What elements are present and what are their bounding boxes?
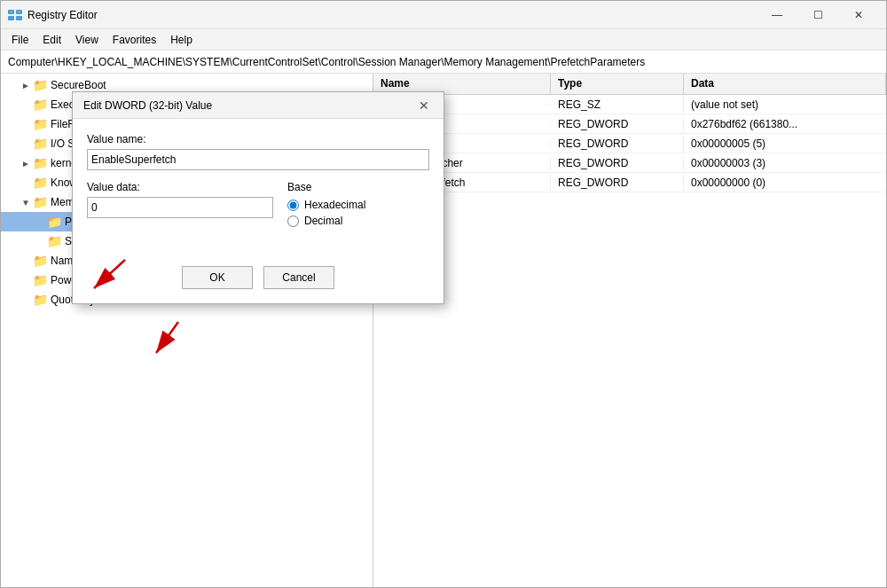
modal-close-button[interactable]: ✕ (415, 97, 433, 114)
window-title: Registry Editor (27, 9, 757, 21)
tree-arrow (33, 215, 47, 229)
folder-icon: 📁 (33, 137, 47, 151)
folder-icon: 📁 (33, 195, 47, 209)
col-header-type: Type (551, 74, 684, 94)
folder-icon: 📁 (33, 98, 47, 112)
base-label: Base (287, 181, 429, 193)
folder-icon: 📁 (47, 234, 61, 248)
reg-data: 0x00000003 (3) (684, 155, 886, 171)
close-button[interactable]: ✕ (838, 1, 879, 29)
radio-decimal[interactable]: Decimal (287, 215, 429, 227)
modal-title: Edit DWORD (32-bit) Value (83, 99, 212, 112)
modal-body: Value name: Value data: Base Hexadecimal (73, 119, 444, 259)
col-header-data: Data (684, 74, 886, 94)
folder-icon: 📁 (33, 78, 47, 92)
modal-title-bar: Edit DWORD (32-bit) Value ✕ (73, 92, 444, 119)
menu-favorites[interactable]: Favorites (106, 32, 163, 48)
menu-view[interactable]: View (68, 32, 106, 48)
value-name-input[interactable] (87, 149, 429, 170)
table-row[interactable]: REG_SZ (value not set) (373, 95, 886, 114)
tree-item-label: SecureBoot (51, 79, 106, 91)
tree-arrow (19, 137, 33, 151)
value-data-section: Value data: (87, 181, 273, 231)
main-area: ► 📁 SecureBoot 📁 Executive 📁 FileRena (1, 74, 886, 587)
tree-arrow (19, 176, 33, 190)
value-data-input[interactable] (87, 197, 273, 218)
reg-data: (value not set) (684, 97, 886, 113)
reg-type: REG_DWORD (551, 116, 684, 132)
svg-rect-4 (11, 12, 12, 12)
app-icon (8, 8, 22, 22)
tree-arrow (33, 234, 47, 248)
table-row[interactable]: REG_DWORD 0x276bdf62 (661380... (373, 114, 886, 134)
folder-icon: 📁 (47, 215, 61, 229)
reg-data: 0x276bdf62 (661380... (684, 116, 886, 132)
svg-rect-2 (8, 16, 14, 20)
right-header: Name Type Data (373, 74, 886, 95)
reg-type: REG_DWORD (551, 155, 684, 171)
folder-icon: 📁 (33, 254, 47, 268)
value-name-label: Value name: (87, 133, 429, 145)
menu-help[interactable]: Help (163, 32, 200, 48)
cancel-button[interactable]: Cancel (263, 266, 334, 289)
registry-editor-window: Registry Editor — ☐ ✕ File Edit View Fav… (0, 0, 887, 588)
tree-arrow: ► (19, 78, 33, 92)
tree-arrow: ► (19, 156, 33, 170)
folder-icon: 📁 (33, 176, 47, 190)
base-section: Base Hexadecimal Decimal (287, 181, 429, 231)
hexadecimal-label: Hexadecimal (304, 199, 365, 211)
minimize-button[interactable]: — (757, 1, 797, 29)
svg-rect-5 (19, 12, 20, 12)
table-row[interactable]: EnablePrefetcher REG_DWORD 0x00000003 (3… (373, 153, 886, 173)
reg-data: 0x00000005 (5) (684, 136, 886, 152)
title-bar: Registry Editor — ☐ ✕ (1, 1, 886, 29)
tree-arrow (19, 98, 33, 112)
value-base-row: Value data: Base Hexadecimal Decim (87, 181, 429, 231)
modal-buttons: OK Cancel (73, 259, 444, 303)
hexadecimal-radio[interactable] (287, 200, 299, 211)
folder-icon: 📁 (33, 156, 47, 170)
tree-arrow (19, 293, 33, 307)
value-data-label: Value data: (87, 181, 273, 193)
tree-arrow (19, 117, 33, 131)
right-panel: Name Type Data REG_SZ (value not set) RE… (373, 74, 886, 587)
folder-icon: 📁 (33, 117, 47, 131)
address-bar: Computer\HKEY_LOCAL_MACHINE\SYSTEM\Curre… (1, 51, 886, 74)
menu-bar: File Edit View Favorites Help (1, 29, 886, 51)
ok-button[interactable]: OK (182, 266, 253, 289)
reg-type: REG_DWORD (551, 175, 684, 191)
menu-edit[interactable]: Edit (35, 32, 68, 48)
svg-rect-3 (16, 16, 22, 20)
radio-hexadecimal[interactable]: Hexadecimal (287, 199, 429, 211)
tree-arrow (19, 273, 33, 287)
maximize-button[interactable]: ☐ (797, 1, 838, 29)
decimal-label: Decimal (304, 215, 342, 227)
menu-file[interactable]: File (4, 32, 35, 48)
folder-icon: 📁 (33, 273, 47, 287)
table-row[interactable]: EnableSuperfetch REG_DWORD 0x00000000 (0… (373, 173, 886, 192)
tree-arrow: ▼ (19, 195, 33, 209)
edit-dword-modal: Edit DWORD (32-bit) Value ✕ Value name: … (72, 91, 444, 304)
decimal-radio[interactable] (287, 216, 299, 227)
window-controls: — ☐ ✕ (757, 1, 879, 29)
reg-type: REG_DWORD (551, 136, 684, 152)
folder-icon: 📁 (33, 293, 47, 307)
reg-data: 0x00000000 (0) (684, 175, 886, 191)
right-content: REG_SZ (value not set) REG_DWORD 0x276bd… (373, 95, 886, 587)
reg-type: REG_SZ (551, 97, 684, 113)
table-row[interactable]: REG_DWORD 0x00000005 (5) (373, 134, 886, 153)
address-text: Computer\HKEY_LOCAL_MACHINE\SYSTEM\Curre… (8, 56, 645, 68)
tree-arrow (19, 254, 33, 268)
